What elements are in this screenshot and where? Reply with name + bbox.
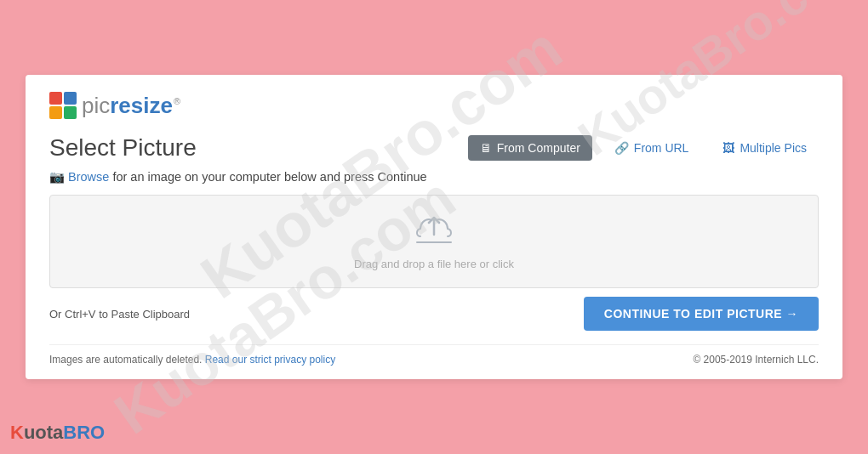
privacy-link[interactable]: Read our strict privacy policy: [205, 354, 335, 366]
bottom-row: Or Ctrl+V to Paste Clipboard CONTINUE TO…: [49, 297, 819, 331]
multiple-icon: 🖼: [722, 141, 734, 155]
card-footer: Images are automatically deleted. Read o…: [49, 344, 819, 366]
from-computer-button[interactable]: 🖥 From Computer: [468, 135, 592, 161]
logo-registered: ®: [174, 96, 180, 106]
from-computer-label: From Computer: [497, 141, 580, 155]
logo-pic: pic: [82, 93, 110, 118]
url-icon: 🔗: [614, 141, 629, 155]
browse-line-text: for an image on your computer below and …: [109, 170, 426, 184]
computer-icon: 🖥: [480, 141, 492, 155]
main-card: picresize® Select Picture 🖥 From Compute…: [26, 75, 842, 379]
logo-icon: [49, 92, 77, 119]
copyright-text: © 2005-2019 Internich LLC.: [693, 354, 819, 366]
kuotabro-k: K: [10, 422, 24, 443]
logo-resize: resize: [110, 93, 173, 118]
drop-zone[interactable]: Drag and drop a file here or click: [49, 195, 819, 288]
page-title: Select Picture: [49, 134, 197, 162]
kuotabro-uota: uota: [24, 422, 63, 443]
paste-hint: Or Ctrl+V to Paste Clipboard: [49, 308, 190, 321]
from-url-button[interactable]: 🔗 From URL: [602, 135, 701, 161]
from-url-label: From URL: [634, 141, 689, 155]
kuotabro-logo: KuotaBRO: [10, 422, 105, 444]
continue-button[interactable]: CONTINUE TO EDIT PICTURE →: [584, 297, 819, 331]
upload-icon: [415, 213, 453, 253]
drop-zone-text: Drag and drop a file here or click: [354, 258, 514, 270]
multiple-pics-label: Multiple Pics: [740, 141, 807, 155]
auto-delete-text: Images are automatically deleted.: [49, 354, 202, 366]
logo-area: picresize®: [49, 92, 819, 119]
footer-left: Images are automatically deleted. Read o…: [49, 354, 335, 366]
browse-line: 📷 Browse for an image on your computer b…: [49, 170, 819, 184]
camera-icon: 📷: [49, 170, 65, 184]
source-buttons: 🖥 From Computer 🔗 From URL 🖼 Multiple Pi…: [468, 135, 819, 161]
multiple-pics-button[interactable]: 🖼 Multiple Pics: [711, 135, 819, 161]
browse-link[interactable]: Browse: [68, 170, 109, 184]
kuotabro-bro: BRO: [63, 422, 105, 443]
logo-text: picresize®: [82, 93, 180, 119]
header-row: Select Picture 🖥 From Computer 🔗 From UR…: [49, 134, 819, 162]
